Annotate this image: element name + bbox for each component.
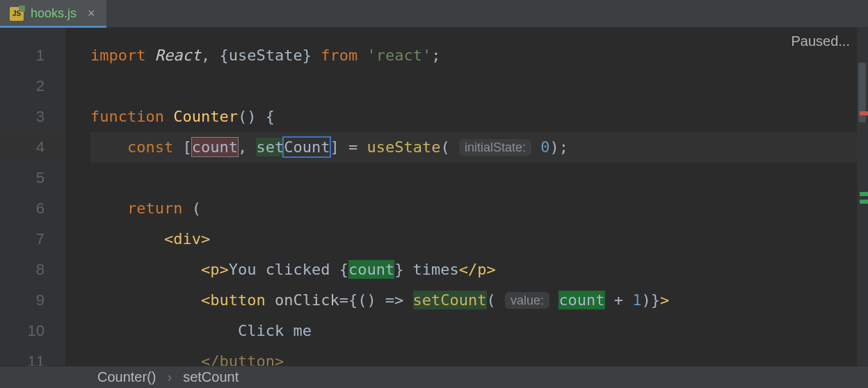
code-line[interactable]: <button onClick={() => setCount( value: … [90, 285, 868, 316]
code-line[interactable]: function Counter() { [90, 102, 868, 132]
code-line[interactable]: const [count, setCount] = useState( init… [90, 132, 868, 163]
line-number: 10 [0, 316, 65, 346]
tab-filename: hooks.js [31, 6, 77, 21]
line-number: 5 [0, 163, 65, 193]
breadcrumb: Counter() › setCount [0, 366, 868, 388]
symbol-setCount: setCount [413, 291, 487, 309]
close-tab-icon[interactable]: × [88, 6, 95, 21]
code-line[interactable]: <p>You clicked {count} times</p> [90, 254, 868, 285]
scrollbar[interactable] [857, 28, 868, 366]
line-number: 1 [0, 40, 65, 71]
code-line[interactable]: <div> [90, 224, 868, 254]
line-number: 6 [0, 193, 65, 224]
symbol-count: count [348, 260, 394, 279]
code-line[interactable]: return ( [90, 193, 868, 224]
chevron-right-icon: › [167, 369, 172, 385]
js-file-icon: JS [10, 7, 24, 21]
breadcrumb-item[interactable]: Counter() [97, 369, 156, 385]
editor[interactable]: 1 2 3 4 5 6 7 8 9 10 11 Paused... import… [0, 28, 868, 366]
symbol-setCount: Count [284, 138, 330, 156]
gutter: 1 2 3 4 5 6 7 8 9 10 11 [0, 28, 65, 366]
symbol-count: count [558, 291, 604, 309]
scrollbar-thumb[interactable] [858, 63, 866, 122]
line-number: 4 [0, 132, 65, 163]
symbol-count: count [192, 138, 238, 156]
code-line[interactable] [90, 163, 868, 193]
tab-hooks-js[interactable]: JS hooks.js × [0, 0, 106, 27]
line-number: 3 [0, 102, 65, 132]
tab-bar: JS hooks.js × [0, 0, 868, 28]
code-line[interactable]: import React, {useState} from 'react'; [90, 40, 868, 71]
line-number: 9 [0, 285, 65, 316]
line-number: 8 [0, 254, 65, 285]
line-number: 2 [0, 71, 65, 102]
code-line[interactable] [90, 71, 868, 102]
inlay-hint: value: [505, 292, 549, 309]
line-number: 7 [0, 224, 65, 254]
code-line[interactable]: Click me [90, 316, 868, 346]
code-area[interactable]: Paused... import React, {useState} from … [65, 28, 868, 366]
breadcrumb-item[interactable]: setCount [183, 369, 239, 385]
inlay-hint: initialState: [459, 139, 531, 156]
